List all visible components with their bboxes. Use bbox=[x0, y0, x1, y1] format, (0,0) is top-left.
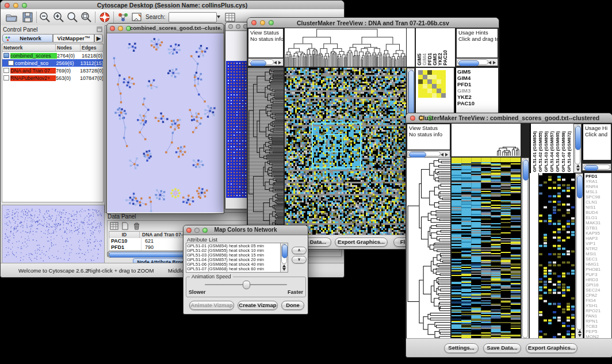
export-graphics-button[interactable]: Export Graphics... bbox=[526, 343, 577, 353]
gene-label[interactable]: PHO81 bbox=[586, 267, 611, 272]
dialog-titlebar[interactable]: Map Colors to Network bbox=[183, 225, 308, 235]
close-button[interactable] bbox=[228, 24, 233, 29]
treeview1-titlebar[interactable]: ClusterMaker TreeView : DNA and Tran 07-… bbox=[247, 18, 499, 28]
treeview2-titlebar[interactable]: ClusterMaker TreeView : combined_scores_… bbox=[406, 113, 612, 123]
gene-label[interactable]: YKE2 bbox=[457, 94, 497, 100]
scroll-left-icon[interactable] bbox=[441, 153, 443, 156]
column-label[interactable]: GPL51-07 (GSM868) bbox=[561, 131, 567, 172]
speed-slider-thumb[interactable] bbox=[243, 281, 250, 289]
save-icon[interactable] bbox=[21, 12, 34, 23]
gene-label[interactable]: HRD3 bbox=[586, 277, 611, 282]
gene-label[interactable]: GIM4 bbox=[457, 75, 497, 81]
column-label[interactable]: GPL51-02 (GSM855) bbox=[538, 131, 544, 172]
attribute-table-icon[interactable] bbox=[224, 12, 236, 23]
gene-label[interactable]: CLN1 bbox=[586, 200, 611, 205]
network-table-row[interactable]: combined_scores2764(0)16218(0) bbox=[2, 52, 103, 59]
scroll-right-icon[interactable] bbox=[493, 61, 496, 64]
tab-overflow-button[interactable]: ▶ bbox=[94, 34, 103, 43]
zoom-selected-icon[interactable] bbox=[80, 12, 93, 23]
treeview1-status-scrollbar[interactable] bbox=[248, 58, 284, 66]
search-dropdown-arrow-icon[interactable] bbox=[217, 16, 220, 18]
gene-label[interactable]: HMG1 bbox=[586, 262, 611, 267]
gene-label[interactable]: PUF3 bbox=[586, 272, 611, 277]
treeview2-gene-list[interactable]: PFD1YRA1RNR4MSL1SPC98CLN1NIS1BUD4ELG1MAK… bbox=[583, 173, 611, 339]
attribute-list-scrollbar[interactable] bbox=[280, 243, 288, 272]
treeview2-gene-dendrogram[interactable] bbox=[407, 158, 450, 339]
zoom-out-icon[interactable] bbox=[39, 12, 51, 23]
gene-label[interactable]: PFD1 bbox=[586, 174, 611, 179]
gene-label[interactable]: SEC24 bbox=[586, 288, 611, 293]
column-label[interactable]: GPL51-03 (GSM856) bbox=[544, 131, 549, 172]
gene-label[interactable]: GTB1 bbox=[586, 225, 611, 231]
treeview1-gene-dendrogram[interactable] bbox=[248, 68, 284, 235]
animate-vizmap-button[interactable]: Animate Vizmap bbox=[189, 301, 234, 310]
float-panel-icon[interactable] bbox=[97, 26, 102, 32]
grid-icon[interactable] bbox=[110, 222, 118, 230]
gene-label[interactable]: CPA2 bbox=[586, 293, 611, 298]
tab-vizmapper[interactable]: VizMapper™ bbox=[53, 34, 94, 43]
treeview2-heatmap[interactable] bbox=[452, 158, 521, 339]
gene-label[interactable]: GIM5 bbox=[457, 68, 497, 75]
gene-label[interactable]: PFD1 bbox=[457, 81, 497, 87]
annotation-icon[interactable] bbox=[131, 12, 143, 23]
gene-label[interactable]: ELG1 bbox=[586, 215, 611, 220]
gene-label[interactable]: YSH1 bbox=[586, 303, 611, 308]
help-lifebuoy-icon[interactable] bbox=[98, 12, 111, 23]
export-graphics-button[interactable]: Export Graphics... bbox=[335, 237, 388, 247]
gene-label[interactable]: FIG4 bbox=[586, 298, 611, 303]
open-folder-icon[interactable] bbox=[5, 12, 18, 23]
gene-label[interactable]: VIP1 bbox=[586, 241, 611, 246]
scroll-down-icon[interactable] bbox=[282, 268, 286, 271]
save-data-button[interactable]: Data... bbox=[305, 237, 331, 247]
treeview2-column-dendrogram[interactable] bbox=[452, 124, 521, 156]
network-titlebar[interactable]: combined_scores_good.txt--cluste... bbox=[107, 24, 224, 33]
gene-label[interactable]: RPN1 bbox=[586, 319, 611, 324]
gene-label[interactable]: GIM3 bbox=[457, 87, 497, 94]
scroll-up-icon[interactable] bbox=[578, 330, 582, 333]
new-doc-icon[interactable] bbox=[121, 222, 129, 230]
treeview1-column-dendrogram[interactable] bbox=[285, 28, 406, 67]
scroll-up-icon[interactable] bbox=[282, 265, 286, 267]
minimize-button[interactable] bbox=[118, 26, 123, 31]
gene-label[interactable]: HAP3 bbox=[586, 236, 611, 241]
gene-label[interactable]: YRA1 bbox=[586, 179, 611, 184]
scroll-right-icon[interactable] bbox=[445, 153, 448, 156]
gene-label[interactable]: RPO21 bbox=[586, 308, 611, 313]
done-button[interactable]: Done bbox=[281, 301, 304, 310]
settings-button[interactable]: Settings... bbox=[444, 343, 479, 353]
network-overview-thumbnail[interactable] bbox=[2, 205, 105, 264]
scroll-down-icon[interactable] bbox=[576, 168, 580, 171]
network-table-header[interactable]: Network Nodes Edges bbox=[2, 44, 103, 52]
create-vizmap-button[interactable]: Create Vizmap bbox=[238, 301, 278, 310]
treeview2-status-scrollbar[interactable] bbox=[407, 150, 450, 158]
gene-label[interactable]: BUD4 bbox=[586, 210, 611, 215]
gene-label[interactable]: KAP95 bbox=[586, 231, 611, 236]
treeview2-hints-scrollbar[interactable] bbox=[582, 163, 611, 171]
trash-icon[interactable] bbox=[133, 222, 140, 230]
move-down-button[interactable]: ∨ bbox=[292, 256, 307, 263]
gene-label[interactable]: PEP5 bbox=[586, 329, 611, 334]
column-label[interactable]: GPL51-06 (GSM865) bbox=[555, 131, 561, 172]
network-table-row[interactable]: DNA and Tran 07769(0)183728(0) bbox=[2, 67, 103, 74]
treeview2-zoom-heatmap[interactable] bbox=[538, 173, 575, 339]
treeview2-labels-scrollbar[interactable] bbox=[573, 124, 582, 173]
treeview2-vscrollbar[interactable] bbox=[521, 158, 529, 339]
network-manager-icon[interactable] bbox=[117, 12, 129, 23]
network-view-canvas[interactable] bbox=[108, 33, 223, 212]
gene-label[interactable]: PAC10 bbox=[457, 100, 497, 106]
attribute-list[interactable]: GPL51-01 (GSM854) heat shock 05 minGPL51… bbox=[186, 243, 288, 273]
move-up-button[interactable]: ∧ bbox=[292, 247, 307, 254]
scroll-down-icon[interactable] bbox=[578, 334, 582, 337]
gene-label[interactable]: TCB3 bbox=[586, 324, 611, 329]
column-label[interactable]: GPL51-01 (GSM854) bbox=[532, 131, 538, 172]
scroll-left-icon[interactable] bbox=[488, 61, 491, 64]
minimize-button[interactable] bbox=[236, 24, 240, 29]
close-button[interactable] bbox=[110, 26, 115, 31]
treeview1-heatmap[interactable] bbox=[285, 68, 406, 235]
network-table-row[interactable]: RNAPuberNov2+563(0)107847(0) bbox=[2, 74, 103, 82]
gene-label[interactable]: SPC98 bbox=[586, 194, 611, 200]
treeview1-zoom-matrix[interactable] bbox=[418, 70, 446, 98]
zoom-fit-icon[interactable] bbox=[66, 12, 79, 23]
scroll-up-icon[interactable] bbox=[576, 164, 580, 167]
gene-label[interactable]: GPI16 bbox=[586, 282, 611, 288]
